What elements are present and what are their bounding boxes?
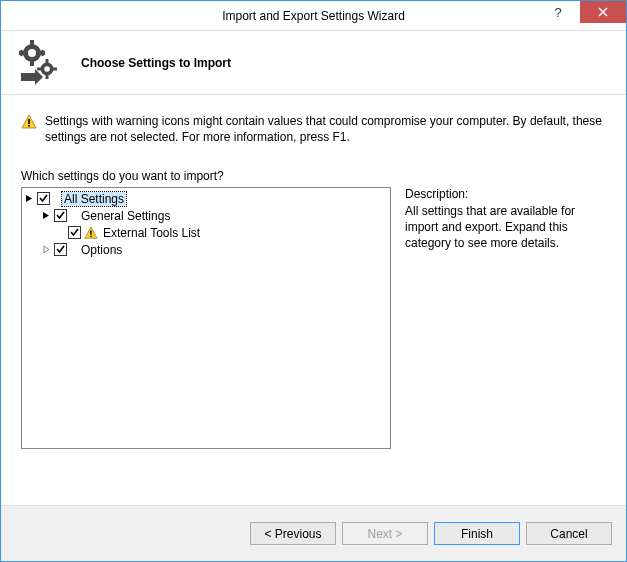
title-bar: Import and Export Settings Wizard ? <box>1 1 626 31</box>
checkbox-external-tools[interactable] <box>68 226 81 239</box>
tree-label: Options <box>79 243 124 257</box>
wizard-footer: < Previous Next > Finish Cancel <box>1 505 626 561</box>
svg-rect-17 <box>28 125 30 127</box>
settings-tree[interactable]: All Settings General Settings <box>21 187 391 449</box>
wizard-subtitle: Choose Settings to Import <box>81 56 231 70</box>
question-label: Which settings do you want to import? <box>21 169 606 183</box>
warning-row: Settings with warning icons might contai… <box>21 113 606 145</box>
description-label: Description: <box>405 187 606 201</box>
checkbox-options[interactable] <box>54 243 67 256</box>
svg-point-15 <box>44 66 50 72</box>
wizard-header: Choose Settings to Import <box>1 31 626 95</box>
description-panel: Description: All settings that are avail… <box>405 187 606 495</box>
previous-button[interactable]: < Previous <box>250 522 336 545</box>
close-button[interactable] <box>580 1 626 23</box>
tree-node-general-settings[interactable]: General Settings <box>24 207 388 224</box>
svg-rect-2 <box>30 61 34 66</box>
svg-rect-13 <box>37 67 41 70</box>
wizard-content: Settings with warning icons might contai… <box>1 95 626 505</box>
tree-label: External Tools List <box>101 226 202 240</box>
warning-icon <box>21 114 37 130</box>
svg-rect-11 <box>46 59 49 63</box>
finish-button[interactable]: Finish <box>434 522 520 545</box>
tree-label: General Settings <box>79 209 172 223</box>
expander-icon[interactable] <box>41 211 51 221</box>
tree-label: All Settings <box>62 192 126 206</box>
checkbox-general-settings[interactable] <box>54 209 67 222</box>
next-button: Next > <box>342 522 428 545</box>
help-button[interactable]: ? <box>536 1 580 23</box>
window-title: Import and Export Settings Wizard <box>1 9 626 23</box>
svg-rect-12 <box>46 75 49 79</box>
description-text: All settings that are available for impo… <box>405 204 606 251</box>
close-icon <box>598 7 608 17</box>
window-controls: ? <box>536 1 626 29</box>
svg-rect-14 <box>53 67 57 70</box>
tree-node-options[interactable]: Options <box>24 241 388 258</box>
expander-icon[interactable] <box>24 194 34 204</box>
svg-rect-19 <box>90 236 91 237</box>
tree-node-external-tools[interactable]: External Tools List <box>24 224 388 241</box>
warning-icon <box>84 226 98 240</box>
svg-rect-1 <box>30 40 34 45</box>
tree-node-all-settings[interactable]: All Settings <box>24 190 388 207</box>
gears-icon <box>15 39 67 87</box>
expander-icon[interactable] <box>41 245 51 255</box>
cancel-button[interactable]: Cancel <box>526 522 612 545</box>
expander-placeholder <box>55 228 65 238</box>
svg-point-9 <box>28 49 36 57</box>
warning-text: Settings with warning icons might contai… <box>45 113 606 145</box>
checkbox-all-settings[interactable] <box>37 192 50 205</box>
svg-rect-18 <box>90 230 91 234</box>
svg-rect-16 <box>28 119 30 124</box>
body-row: All Settings General Settings <box>21 187 606 495</box>
